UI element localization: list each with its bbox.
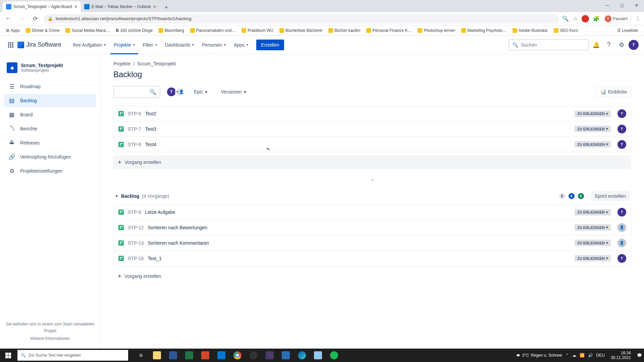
bookmark-item[interactable]: Marketing Psycholo… xyxy=(459,27,508,34)
app-icon[interactable] xyxy=(278,349,294,362)
sidebar-item-shortcut[interactable]: 🔗Verknüpfung hinzufügen xyxy=(4,150,96,164)
window-minimize-icon[interactable]: — xyxy=(600,0,614,11)
nav-your-work[interactable]: Ihre Aufgaben▾ xyxy=(69,36,109,54)
issue-row[interactable]: STP-9Letze AufgabeZU ERLEDIGEN ▾T xyxy=(113,204,631,220)
footer-link[interactable]: Weitere Informationen xyxy=(4,336,96,342)
issue-row[interactable]: STP-7Test3ZU ERLEDIGEN ▾T xyxy=(113,121,631,137)
onedrive-icon[interactable]: ☁ xyxy=(572,353,576,358)
spotify-icon[interactable] xyxy=(326,349,342,362)
issue-row[interactable]: STP-13Sortieren nach KommentarenZU ERLED… xyxy=(113,235,631,251)
close-icon[interactable]: ✕ xyxy=(74,4,77,9)
weather-widget[interactable]: 🌧 3°C Regen u. Schnee xyxy=(513,353,566,358)
excel-icon[interactable] xyxy=(181,349,197,362)
bookmark-item[interactable]: Bloomberg xyxy=(157,27,186,34)
issue-row[interactable]: STP-6Test2ZU ERLEDIGEN ▾T xyxy=(113,106,631,121)
status-dropdown[interactable]: ZU ERLEDIGEN ▾ xyxy=(575,240,611,246)
reload-icon[interactable]: ⟳ xyxy=(30,14,40,24)
bookmark-item[interactable]: Dinner & Crime xyxy=(24,27,61,34)
bookmark-item[interactable]: B100 schöne Dinge xyxy=(114,27,154,34)
app-icon[interactable] xyxy=(262,349,278,362)
bookmark-item[interactable]: Bücherliste Bücherei xyxy=(277,27,324,34)
issue-key[interactable]: STP-13 xyxy=(128,240,144,246)
chrome-icon[interactable] xyxy=(229,349,246,362)
language-indicator[interactable]: DEU xyxy=(596,353,605,358)
bookmark-item[interactable]: Praktikum WU xyxy=(239,27,275,34)
sidebar-item-settings[interactable]: ⚙Projekteinstellungen xyxy=(4,164,96,178)
bookmark-item[interactable]: Photoshop lernen xyxy=(416,27,457,34)
issue-key[interactable]: STP-6 xyxy=(128,111,141,116)
settings-icon[interactable]: ⚙ xyxy=(616,39,627,51)
help-icon[interactable]: ? xyxy=(603,39,614,51)
browser-tab-active[interactable]: Scrum_Testprojekt – Agile-Board ✕ xyxy=(3,1,81,12)
status-dropdown[interactable]: ZU ERLEDIGEN ▾ xyxy=(575,209,611,216)
edge-icon[interactable] xyxy=(294,349,310,362)
assignee-avatar[interactable]: 👤 xyxy=(618,239,626,247)
bookmark-item[interactable]: SEO Kurs xyxy=(552,27,580,34)
new-tab-button[interactable]: + xyxy=(162,3,171,12)
bookmark-item[interactable]: Adobe Illustrator xyxy=(511,27,550,34)
profile-paused-button[interactable]: T Pausiert xyxy=(604,14,631,23)
create-issue-button[interactable]: + Vorgang erstellen xyxy=(113,156,631,169)
nav-filters[interactable]: Filter▾ xyxy=(140,36,160,54)
sidebar-item-backlog[interactable]: ▤Backlog xyxy=(4,94,96,107)
assignee-avatar[interactable]: 👤 xyxy=(618,223,626,232)
close-icon[interactable]: ✕ xyxy=(153,4,156,9)
nav-dashboards[interactable]: Dashboards▾ xyxy=(162,36,198,54)
tray-chevron-icon[interactable]: ⌃ xyxy=(566,353,569,358)
project-header[interactable]: ◆ Scrum_Testprojekt Softwareprojekt xyxy=(4,61,96,78)
assignee-avatar[interactable]: T xyxy=(618,254,626,263)
issue-row[interactable]: STP-8Test4ZU ERLEDIGEN ▾T xyxy=(113,137,631,152)
task-view-icon[interactable]: ⧉ xyxy=(133,349,149,362)
issue-key[interactable]: STP-12 xyxy=(128,225,144,230)
bookmark-item[interactable]: Social Media Mana… xyxy=(63,27,112,34)
sidebar-item-reports[interactable]: 〽Berichte xyxy=(4,122,96,135)
profile-avatar[interactable]: T xyxy=(629,40,639,50)
mail-icon[interactable] xyxy=(213,349,229,362)
menu-icon[interactable]: ⋮ xyxy=(635,15,641,22)
obs-icon[interactable] xyxy=(246,349,262,362)
filter-search-input[interactable]: 🔍 xyxy=(113,86,160,98)
breadcrumb-projects[interactable]: Projekte xyxy=(113,61,130,66)
assignee-avatar[interactable]: T xyxy=(618,140,626,149)
clock[interactable]: 16:34 30.11.2021 xyxy=(608,351,634,360)
breadcrumb-project[interactable]: Scrum_Testprojekt xyxy=(137,61,176,66)
versions-filter[interactable]: Versionen▾ xyxy=(217,87,249,97)
zoom-icon[interactable]: 🔍 xyxy=(562,15,569,22)
start-button[interactable] xyxy=(0,349,16,362)
status-dropdown[interactable]: ZU ERLEDIGEN ▾ xyxy=(575,111,611,117)
powerpoint-icon[interactable] xyxy=(197,349,213,362)
nav-people[interactable]: Personen▾ xyxy=(199,36,229,54)
sidebar-item-releases[interactable]: ⛴Releases xyxy=(4,136,96,149)
window-maximize-icon[interactable]: ▢ xyxy=(614,0,629,11)
create-button[interactable]: Erstellen xyxy=(256,40,284,50)
status-dropdown[interactable]: ZU ERLEDIGEN ▾ xyxy=(575,141,611,147)
assignee-avatar[interactable]: T xyxy=(618,208,626,217)
add-people-button[interactable]: +👤 xyxy=(175,87,185,97)
sidebar-item-roadmap[interactable]: ☰Roadmap xyxy=(4,80,96,93)
issue-row[interactable]: STP-12Sortieren nach BewertungenZU ERLED… xyxy=(113,220,631,235)
status-dropdown[interactable]: ZU ERLEDIGEN ▾ xyxy=(575,255,611,261)
issue-key[interactable]: STP-8 xyxy=(128,142,141,147)
back-icon[interactable]: ← xyxy=(3,14,13,24)
status-dropdown[interactable]: ZU ERLEDIGEN ▾ xyxy=(575,126,611,132)
explorer-icon[interactable] xyxy=(149,349,165,362)
section-divider-handle[interactable]: ≡ xyxy=(113,178,631,182)
jira-logo[interactable]: Jira Software xyxy=(17,41,61,48)
star-icon[interactable]: ☆ xyxy=(573,15,578,22)
reading-list-button[interactable]: ☰Leseliste xyxy=(615,27,640,34)
create-issue-button[interactable]: + Vorgang erstellen xyxy=(113,269,631,283)
assignee-avatar[interactable]: T xyxy=(618,125,626,133)
issue-key[interactable]: STP-16 xyxy=(128,256,144,261)
bookmark-item[interactable]: ⊞Apps xyxy=(4,27,22,34)
app-switcher-button[interactable] xyxy=(5,40,16,50)
extensions-icon[interactable]: 🧩 xyxy=(593,15,600,22)
assignee-avatar[interactable]: T xyxy=(618,109,626,118)
extension-icon[interactable] xyxy=(582,15,589,22)
wifi-icon[interactable]: 📶 xyxy=(580,353,585,358)
notepad-icon[interactable] xyxy=(310,349,326,362)
notifications-icon[interactable]: 🔔 xyxy=(590,39,602,51)
issue-key[interactable]: STP-7 xyxy=(128,126,141,132)
status-dropdown[interactable]: ZU ERLEDIGEN ▾ xyxy=(575,224,611,231)
word-icon[interactable] xyxy=(165,349,181,362)
nav-apps[interactable]: Apps▾ xyxy=(230,36,252,54)
